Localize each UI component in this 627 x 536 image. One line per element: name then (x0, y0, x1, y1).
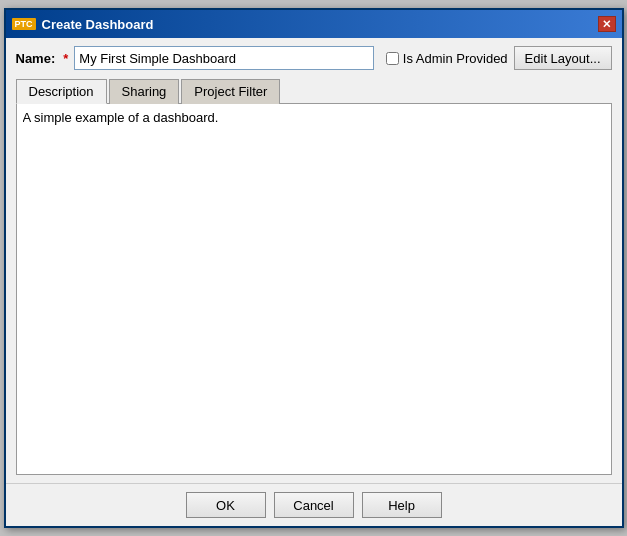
tab-project-filter[interactable]: Project Filter (181, 79, 280, 104)
dialog-footer: OK Cancel Help (6, 483, 622, 526)
ptc-logo: PTC (12, 18, 36, 30)
tabs-container: Description Sharing Project Filter (16, 78, 612, 475)
dialog-title: Create Dashboard (42, 17, 154, 32)
create-dashboard-dialog: PTC Create Dashboard ✕ Name: * Is Admin … (4, 8, 624, 528)
tab-description[interactable]: Description (16, 79, 107, 104)
admin-provided-checkbox[interactable] (386, 52, 399, 65)
title-bar: PTC Create Dashboard ✕ (6, 10, 622, 38)
tab-content-area (16, 104, 612, 475)
name-label: Name: (16, 51, 56, 66)
required-star: * (63, 51, 68, 66)
admin-provided-label: Is Admin Provided (403, 51, 508, 66)
name-input[interactable] (74, 46, 374, 70)
close-button[interactable]: ✕ (598, 16, 616, 32)
title-bar-left: PTC Create Dashboard (12, 17, 154, 32)
tab-bar: Description Sharing Project Filter (16, 78, 612, 104)
description-textarea[interactable] (23, 110, 605, 468)
tab-sharing[interactable]: Sharing (109, 79, 180, 104)
help-button[interactable]: Help (362, 492, 442, 518)
edit-layout-button[interactable]: Edit Layout... (514, 46, 612, 70)
ok-button[interactable]: OK (186, 492, 266, 518)
admin-checkbox-area: Is Admin Provided (386, 51, 508, 66)
cancel-button[interactable]: Cancel (274, 492, 354, 518)
name-row: Name: * Is Admin Provided Edit Layout... (16, 46, 612, 70)
dialog-body: Name: * Is Admin Provided Edit Layout...… (6, 38, 622, 483)
